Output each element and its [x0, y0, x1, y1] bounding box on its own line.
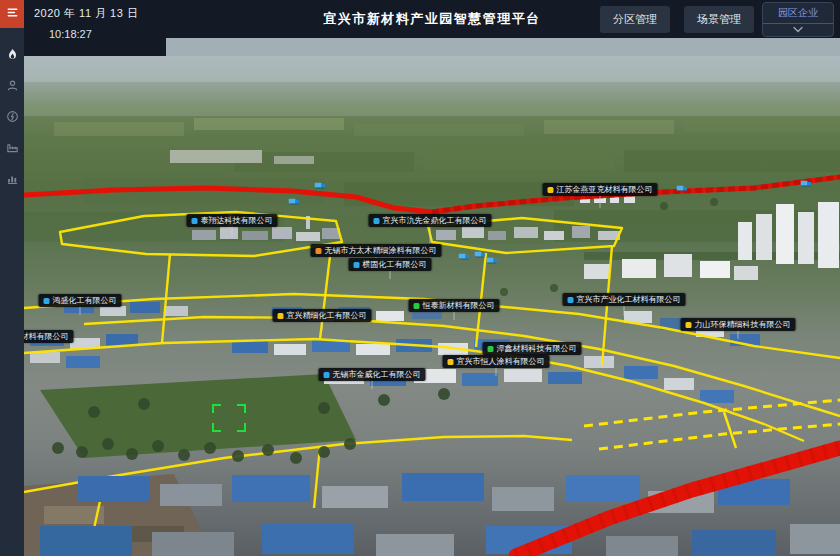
company-name: 无锡市金威化工有限公司 [333, 370, 421, 379]
page-title: 宜兴市新材料产业园智慧管理平台 [323, 0, 541, 38]
company-marker[interactable]: 江苏金燕亚克材料有限公司 [543, 183, 658, 208]
chevron-down-icon [792, 24, 804, 36]
company-name: 潭鑫材料科技有限公司 [497, 344, 577, 353]
company-icon [414, 303, 420, 309]
company-name: 无锡市方太木精细涂料有限公司 [325, 246, 437, 255]
company-name: 横固化工有限公司 [363, 260, 427, 269]
marker-leader-line [738, 331, 739, 339]
dropdown-label: 园区企业 [778, 5, 818, 23]
company-marker[interactable]: 横固化工有限公司 [349, 258, 432, 279]
company-name: 宜兴精细化工有限公司 [287, 311, 367, 320]
company-marker[interactable]: 恒泰新材料有限公司 [409, 299, 500, 320]
truck-icon[interactable] [315, 175, 326, 193]
marker-leader-line [372, 381, 373, 389]
header-buttons: 分区管理场景管理 [600, 6, 762, 33]
marker-leader-line [390, 271, 391, 279]
marker-leader-line [624, 306, 625, 316]
company-marker[interactable]: 宜兴市氿先金鼎化工有限公司 [369, 214, 492, 243]
factory-icon [6, 140, 19, 158]
fire-icon [6, 47, 19, 65]
company-name: 泰翔达科技有限公司 [201, 216, 273, 225]
company-icon [316, 248, 322, 254]
company-marker[interactable]: 泰翔达科技有限公司 [187, 214, 278, 237]
sidebar-item-fire[interactable] [0, 40, 24, 71]
company-marker[interactable]: 鸿盛化工有限公司 [39, 294, 122, 315]
menu-icon [6, 5, 19, 23]
sidebar-nav [0, 40, 24, 195]
company-name: 宜兴市恒人涂料有限公司 [457, 357, 545, 366]
company-icon [568, 297, 574, 303]
company-icon [324, 372, 330, 378]
company-name: 宜兴市产业化工材料有限公司 [577, 295, 681, 304]
company-marker[interactable]: 力山环保精细科技有限公司 [681, 318, 796, 339]
company-icon [374, 218, 380, 224]
company-name: 宜兴市圆通材料有限公司 [24, 332, 69, 341]
user-icon [6, 78, 19, 96]
sidebar [0, 0, 24, 556]
park-enterprise-dropdown[interactable]: 园区企业 [762, 2, 834, 37]
company-name: 江苏金燕亚克材料有限公司 [557, 185, 653, 194]
sidebar-item-chart[interactable] [0, 164, 24, 195]
marker-leader-line [454, 312, 455, 320]
company-icon [448, 359, 454, 365]
truck-icon[interactable] [459, 246, 470, 264]
company-icon [488, 346, 494, 352]
company-icon [548, 187, 554, 193]
datetime-panel: 2020 年 11 月 13 日 10:18:27 [24, 0, 166, 56]
company-name: 恒泰新材料有限公司 [423, 301, 495, 310]
marker-leader-line [430, 227, 431, 243]
sidebar-item-factory[interactable] [0, 133, 24, 164]
map-3d-view[interactable]: 泰翔达科技有限公司宜兴市氿先金鼎化工有限公司无锡市方太木精细涂料有限公司横固化工… [24, 38, 840, 556]
energy-icon [6, 109, 19, 127]
marker-layer: 泰翔达科技有限公司宜兴市氿先金鼎化工有限公司无锡市方太木精细涂料有限公司横固化工… [24, 56, 840, 556]
company-marker[interactable]: 宜兴精细化工有限公司 [273, 309, 372, 330]
company-marker[interactable]: 无锡市金威化工有限公司 [319, 368, 426, 389]
zone-management-button[interactable]: 分区管理 [600, 6, 670, 33]
time-text: 10:18:27 [49, 28, 166, 40]
company-marker[interactable]: 宜兴市圆通材料有限公司 [24, 330, 74, 343]
map-scene: 泰翔达科技有限公司宜兴市氿先金鼎化工有限公司无锡市方太木精细涂料有限公司横固化工… [24, 56, 840, 556]
marker-leader-line [496, 368, 497, 376]
company-name: 鸿盛化工有限公司 [53, 296, 117, 305]
truck-icon[interactable] [475, 244, 486, 262]
marker-leader-line [322, 322, 323, 330]
truck-icon[interactable] [487, 250, 498, 268]
marker-leader-line [600, 196, 601, 208]
company-marker[interactable]: 宜兴市产业化工材料有限公司 [563, 293, 686, 316]
marker-leader-line [80, 307, 81, 315]
company-icon [686, 322, 692, 328]
smart-park-platform: 宜兴市新材料产业园智慧管理平台 分区管理场景管理 园区企业 2020 年 11 … [0, 0, 840, 556]
company-icon [44, 298, 50, 304]
sidebar-item-energy[interactable] [0, 102, 24, 133]
company-icon [354, 262, 360, 268]
company-name: 力山环保精细科技有限公司 [695, 320, 791, 329]
company-name: 宜兴市氿先金鼎化工有限公司 [383, 216, 487, 225]
date-text: 2020 年 11 月 13 日 [34, 6, 166, 21]
bar-chart-icon [6, 171, 19, 189]
sidebar-item-user[interactable] [0, 71, 24, 102]
company-marker[interactable]: 宜兴市恒人涂料有限公司 [443, 355, 550, 376]
company-icon [278, 313, 284, 319]
company-icon [192, 218, 198, 224]
selection-box [212, 404, 246, 436]
truck-icon[interactable] [289, 191, 300, 209]
scene-management-button[interactable]: 场景管理 [684, 6, 754, 33]
truck-icon[interactable] [677, 178, 688, 196]
marker-leader-line [232, 227, 233, 237]
menu-button[interactable] [0, 0, 24, 28]
truck-icon[interactable] [801, 173, 812, 191]
